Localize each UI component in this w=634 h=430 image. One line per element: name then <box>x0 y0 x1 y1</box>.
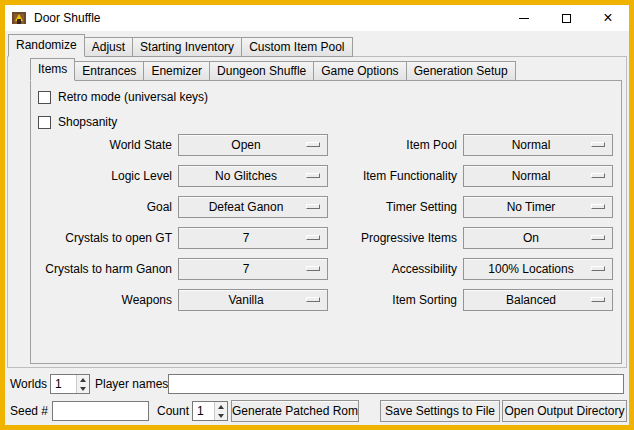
crystals-open-gt-dropdown[interactable]: 7 <box>178 227 328 249</box>
accessibility-value: 100% Locations <box>488 262 573 276</box>
logic-level-value: No Glitches <box>215 169 277 183</box>
generate-patched-rom-label: Generate Patched Rom <box>232 404 358 418</box>
retro-mode-label: Retro mode (universal keys) <box>58 90 208 104</box>
logic-level-dropdown[interactable]: No Glitches <box>178 165 328 187</box>
item-pool-label: Item Pool <box>334 134 457 156</box>
tab-starting-inventory[interactable]: Starting Inventory <box>132 37 242 57</box>
dropdown-indicator-icon <box>306 173 320 178</box>
spin-up-icon[interactable] <box>77 375 89 384</box>
weapons-dropdown[interactable]: Vanilla <box>178 289 328 311</box>
dropdown-indicator-icon <box>591 142 605 147</box>
crystals-harm-ganon-label: Crystals to harm Ganon <box>31 258 172 280</box>
main-tab-bar: Randomize Adjust Starting Inventory Cust… <box>8 34 352 57</box>
goal-label: Goal <box>31 196 172 218</box>
dropdown-indicator-icon <box>306 204 320 209</box>
tab-items[interactable]: Items <box>30 58 75 81</box>
tab-adjust[interactable]: Adjust <box>84 37 133 57</box>
retro-mode-checkbox-box[interactable] <box>38 91 51 104</box>
shopsanity-label: Shopsanity <box>58 115 117 129</box>
count-spin-arrows <box>214 402 227 420</box>
spin-down-icon[interactable] <box>215 411 227 420</box>
save-settings-button[interactable]: Save Settings to File <box>380 400 500 422</box>
dropdown-indicator-icon <box>591 235 605 240</box>
worlds-label: Worlds <box>10 373 47 395</box>
tab-randomize[interactable]: Randomize <box>8 34 85 57</box>
tab-game-options[interactable]: Game Options <box>313 61 406 81</box>
titlebar: Door Shuffle × <box>5 5 629 31</box>
tab-generation-setup[interactable]: Generation Setup <box>406 61 516 81</box>
tab-enemizer[interactable]: Enemizer <box>143 61 210 81</box>
maximize-icon <box>562 14 571 23</box>
dropdown-indicator-icon <box>306 266 320 271</box>
tab-entrances[interactable]: Entrances <box>74 61 144 81</box>
item-functionality-value: Normal <box>512 169 551 183</box>
tab-custom-item-pool[interactable]: Custom Item Pool <box>241 37 352 57</box>
app-icon <box>11 10 27 26</box>
randomize-pane: Items Entrances Enemizer Dungeon Shuffle… <box>7 56 627 368</box>
goal-dropdown[interactable]: Defeat Ganon <box>178 196 328 218</box>
door-shuffle-window: Door Shuffle × Randomize Adjust Starting… <box>0 0 634 430</box>
count-spinbox[interactable]: 1 <box>192 401 228 421</box>
item-pool-value: Normal <box>512 138 551 152</box>
accessibility-dropdown[interactable]: 100% Locations <box>463 258 613 280</box>
progressive-items-label: Progressive Items <box>334 227 457 249</box>
tab-dungeon-shuffle[interactable]: Dungeon Shuffle <box>209 61 314 81</box>
dropdown-indicator-icon <box>591 173 605 178</box>
timer-setting-value: No Timer <box>507 200 556 214</box>
dropdown-indicator-icon <box>591 266 605 271</box>
minimize-button[interactable] <box>503 5 545 31</box>
progressive-items-dropdown[interactable]: On <box>463 227 613 249</box>
seed-label: Seed # <box>10 400 48 422</box>
minimize-icon <box>519 18 529 19</box>
crystals-open-gt-value: 7 <box>243 231 250 245</box>
item-sorting-dropdown[interactable]: Balanced <box>463 289 613 311</box>
spin-down-icon[interactable] <box>77 384 89 393</box>
timer-setting-label: Timer Setting <box>334 196 457 218</box>
seed-input[interactable] <box>52 401 149 421</box>
count-value: 1 <box>193 402 214 420</box>
item-functionality-label: Item Functionality <box>334 165 457 187</box>
worlds-spinbox[interactable]: 1 <box>50 374 90 394</box>
weapons-value: Vanilla <box>228 293 263 307</box>
crystals-open-gt-label: Crystals to open GT <box>31 227 172 249</box>
spin-up-icon[interactable] <box>215 402 227 411</box>
player-names-label: Player names <box>95 373 168 395</box>
maximize-button[interactable] <box>545 5 587 31</box>
dropdown-indicator-icon <box>306 235 320 240</box>
item-pool-dropdown[interactable]: Normal <box>463 134 613 156</box>
client-area: Randomize Adjust Starting Inventory Cust… <box>5 31 629 425</box>
world-state-dropdown[interactable]: Open <box>178 134 328 156</box>
close-button[interactable]: × <box>587 5 629 31</box>
items-pane: Retro mode (universal keys) Shopsanity W… <box>30 80 622 364</box>
worlds-value: 1 <box>51 375 76 393</box>
dropdown-indicator-icon <box>591 297 605 302</box>
world-state-label: World State <box>31 134 172 156</box>
item-sorting-value: Balanced <box>506 293 556 307</box>
accessibility-label: Accessibility <box>334 258 457 280</box>
worlds-spin-arrows <box>76 375 89 393</box>
shopsanity-checkbox-box[interactable] <box>38 116 51 129</box>
item-sorting-label: Item Sorting <box>334 289 457 311</box>
crystals-harm-ganon-value: 7 <box>243 262 250 276</box>
retro-mode-checkbox[interactable]: Retro mode (universal keys) <box>38 89 208 105</box>
window-title: Door Shuffle <box>34 11 101 25</box>
world-state-value: Open <box>231 138 260 152</box>
dropdown-indicator-icon <box>306 142 320 147</box>
weapons-label: Weapons <box>31 289 172 311</box>
timer-setting-dropdown[interactable]: No Timer <box>463 196 613 218</box>
count-label: Count <box>157 400 189 422</box>
settings-tab-bar: Items Entrances Enemizer Dungeon Shuffle… <box>30 59 515 81</box>
dropdown-indicator-icon <box>306 297 320 302</box>
open-output-directory-label: Open Output Directory <box>504 404 624 418</box>
item-functionality-dropdown[interactable]: Normal <box>463 165 613 187</box>
dropdown-indicator-icon <box>591 204 605 209</box>
player-names-input[interactable] <box>168 374 624 394</box>
goal-value: Defeat Ganon <box>209 200 284 214</box>
crystals-harm-ganon-dropdown[interactable]: 7 <box>178 258 328 280</box>
progressive-items-value: On <box>523 231 539 245</box>
logic-level-label: Logic Level <box>31 165 172 187</box>
shopsanity-checkbox[interactable]: Shopsanity <box>38 114 117 130</box>
options-grid: World State Open Item Pool Normal Logic … <box>31 134 613 311</box>
open-output-directory-button[interactable]: Open Output Directory <box>502 400 627 422</box>
generate-patched-rom-button[interactable]: Generate Patched Rom <box>231 400 359 422</box>
